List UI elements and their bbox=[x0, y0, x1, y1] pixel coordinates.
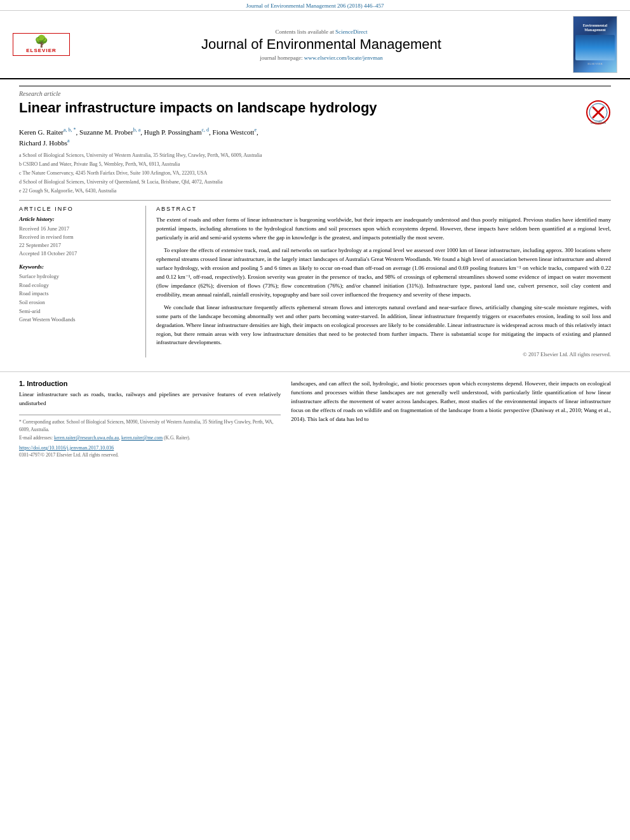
doi-line: https://doi.org/10.1016/j.jenvman.2017.1… bbox=[19, 445, 281, 451]
copyright-line: © 2017 Elsevier Ltd. All rights reserved… bbox=[156, 351, 611, 357]
abstract-paragraph-1: The extent of roads and other forms of l… bbox=[156, 216, 611, 243]
email-note: E-mail addresses: keren.raiter@research.… bbox=[19, 434, 281, 441]
abstract-paragraph-3: We conclude that linear infrastructure f… bbox=[156, 303, 611, 348]
corresponding-note: * Corresponding author. School of Biolog… bbox=[19, 418, 281, 433]
abstract-paragraph-2: To explore the effects of extensive trac… bbox=[156, 246, 611, 300]
journal-header: 🌳 ELSEVIER Contents lists available at S… bbox=[0, 11, 630, 79]
keyword-item: Soil erosion bbox=[19, 298, 138, 307]
body-intro-text-right: landscapes, and can affect the soil, hyd… bbox=[291, 380, 611, 424]
crossmark-badge: CrossMark bbox=[586, 100, 611, 126]
article-history-label: Article history: bbox=[19, 216, 138, 222]
article-info-header: ARTICLE INFO bbox=[19, 206, 138, 212]
article-info-abstract-section: ARTICLE INFO Article history: Received 1… bbox=[19, 200, 611, 357]
section-separator bbox=[0, 371, 630, 372]
intro-paragraph-1: Linear infrastructure such as roads, tra… bbox=[19, 390, 281, 408]
author-hobbs: Richard J. Hobbs bbox=[19, 139, 67, 147]
author-raiter: Keren G. Raiter bbox=[19, 128, 64, 136]
contents-line: Contents lists available at ScienceDirec… bbox=[83, 29, 560, 35]
elsevier-tree-icon: 🌳 bbox=[17, 36, 66, 47]
email-1-link[interactable]: keren.raiter@research.uwa.edu.au bbox=[54, 435, 119, 441]
svg-text:CrossMark: CrossMark bbox=[591, 121, 607, 124]
affiliation-item: b CSIRO Land and Water, Private Bag 5, W… bbox=[19, 161, 611, 169]
keywords-label: Keywords: bbox=[19, 263, 138, 270]
authors-list: Keren G. Raitera, b, *, Suzanne M. Probe… bbox=[19, 126, 611, 148]
sciencedirect-link[interactable]: ScienceDirect bbox=[335, 29, 367, 35]
received-date: Received 16 June 2017 bbox=[19, 225, 138, 233]
journal-info: Contents lists available at ScienceDirec… bbox=[83, 29, 560, 61]
issn-line: 0301-4797/© 2017 Elsevier Ltd. All right… bbox=[19, 452, 281, 458]
article-content: Research article Linear infrastructure i… bbox=[0, 79, 630, 364]
body-section: 1. Introduction Linear infrastructure su… bbox=[0, 380, 630, 458]
affiliation-item: c The Nature Conservancy, 4245 North Fai… bbox=[19, 170, 611, 178]
received-revised-label: Received in revised form bbox=[19, 233, 138, 241]
accepted-date: Accepted 18 October 2017 bbox=[19, 250, 138, 258]
journal-reference-bar: Journal of Environmental Management 206 … bbox=[0, 0, 630, 11]
body-right-column: landscapes, and can affect the soil, hyd… bbox=[291, 380, 611, 458]
body-left-column: 1. Introduction Linear infrastructure su… bbox=[19, 380, 281, 458]
body-intro-text-left: Linear infrastructure such as roads, tra… bbox=[19, 390, 281, 408]
doi-link[interactable]: https://doi.org/10.1016/j.jenvman.2017.1… bbox=[19, 445, 114, 451]
keywords-container: Surface hydrologyRoad ecologyRoad impact… bbox=[19, 272, 138, 324]
elsevier-logo: 🌳 ELSEVIER bbox=[13, 33, 70, 56]
article-type: Research article bbox=[19, 86, 611, 97]
email-2-link[interactable]: keren.raiter@me.com bbox=[121, 435, 163, 441]
abstract-header: ABSTRACT bbox=[156, 206, 611, 212]
keyword-item: Semi-arid bbox=[19, 307, 138, 316]
footnote-area: * Corresponding author. School of Biolog… bbox=[19, 415, 281, 441]
author-possingham: Hugh P. Possingham bbox=[144, 128, 202, 136]
crossmark-icon: CrossMark bbox=[586, 100, 611, 125]
article-title: Linear infrastructure impacts on landsca… bbox=[19, 100, 377, 116]
abstract-column: ABSTRACT The extent of roads and other f… bbox=[156, 206, 611, 357]
section-1-heading: 1. Introduction bbox=[19, 380, 281, 387]
journal-title: Journal of Environmental Management bbox=[83, 36, 560, 53]
title-row: Linear infrastructure impacts on landsca… bbox=[19, 100, 611, 126]
affiliation-item: e 22 Gough St, Kalgoorlie, WA, 6430, Aus… bbox=[19, 187, 611, 196]
journal-reference-text: Journal of Environmental Management 206 … bbox=[246, 3, 384, 9]
keyword-item: Road ecology bbox=[19, 281, 138, 290]
keyword-item: Surface hydrology bbox=[19, 272, 138, 281]
abstract-text: The extent of roads and other forms of l… bbox=[156, 216, 611, 347]
keyword-item: Great Western Woodlands bbox=[19, 316, 138, 324]
elsevier-wordmark: ELSEVIER bbox=[17, 48, 66, 53]
revised-date: 22 September 2017 bbox=[19, 241, 138, 250]
affiliation-item: a School of Biological Sciences, Univers… bbox=[19, 152, 611, 160]
homepage-line: journal homepage: www.elsevier.com/locat… bbox=[83, 55, 560, 61]
author-westcott: Fiona Westcott bbox=[213, 128, 255, 136]
intro-paragraph-right: landscapes, and can affect the soil, hyd… bbox=[291, 380, 611, 424]
affiliation-item: d School of Biological Sciences, Univers… bbox=[19, 178, 611, 187]
author-prober: Suzanne M. Prober bbox=[79, 128, 133, 136]
affiliations: a School of Biological Sciences, Univers… bbox=[19, 152, 611, 195]
journal-homepage-link[interactable]: www.elsevier.com/locate/jenvman bbox=[304, 55, 383, 61]
journal-cover-image: EnvironmentalManagement ELSEVIER bbox=[573, 16, 617, 73]
keyword-item: Road impacts bbox=[19, 290, 138, 298]
article-info-column: ARTICLE INFO Article history: Received 1… bbox=[19, 206, 146, 357]
